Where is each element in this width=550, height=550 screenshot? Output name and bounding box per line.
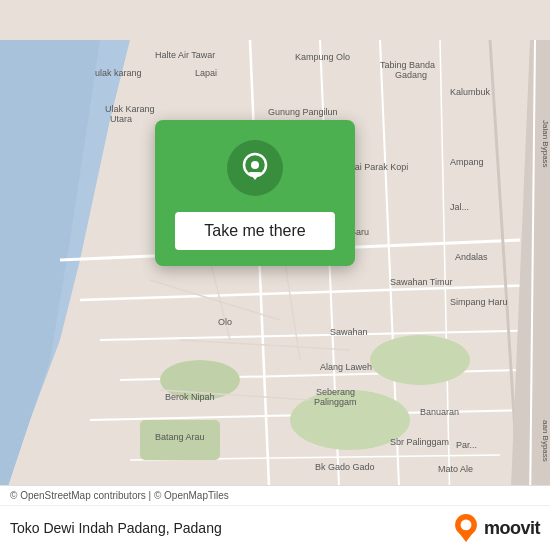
svg-text:Simpang Haru: Simpang Haru	[450, 297, 508, 307]
svg-text:Tabing Banda: Tabing Banda	[380, 60, 435, 70]
svg-text:Andalas: Andalas	[455, 252, 488, 262]
svg-text:Gadang: Gadang	[395, 70, 427, 80]
svg-text:Sawahan: Sawahan	[330, 327, 368, 337]
svg-text:Utara: Utara	[110, 114, 132, 124]
svg-text:ulak karang: ulak karang	[95, 68, 142, 78]
svg-text:Banuaran: Banuaran	[420, 407, 459, 417]
svg-text:Sawahan Timur: Sawahan Timur	[390, 277, 453, 287]
svg-point-18	[370, 335, 470, 385]
attribution-text: © OpenStreetMap contributors | © OpenMap…	[0, 486, 550, 506]
location-pin-icon	[239, 152, 271, 184]
svg-text:Seberang: Seberang	[316, 387, 355, 397]
svg-marker-65	[459, 533, 473, 542]
svg-text:Sbr Palinggam: Sbr Palinggam	[390, 437, 449, 447]
svg-text:Alang Laweh: Alang Laweh	[320, 362, 372, 372]
location-icon-wrap	[227, 140, 283, 196]
svg-text:Kampung Olo: Kampung Olo	[295, 52, 350, 62]
place-info: Toko Dewi Indah Padang, Padang moovit	[0, 506, 550, 550]
moovit-text: moovit	[484, 518, 540, 539]
svg-text:Ulak Karang: Ulak Karang	[105, 104, 155, 114]
take-me-there-button[interactable]: Take me there	[175, 212, 335, 250]
svg-text:Palinggam: Palinggam	[314, 397, 357, 407]
svg-text:Mato Ale: Mato Ale	[438, 464, 473, 474]
svg-text:Halte Air Tawar: Halte Air Tawar	[155, 50, 215, 60]
svg-text:Batang Arau: Batang Arau	[155, 432, 205, 442]
svg-text:Olo: Olo	[218, 317, 232, 327]
bottom-bar: © OpenStreetMap contributors | © OpenMap…	[0, 485, 550, 550]
svg-point-61	[251, 161, 259, 169]
map-background: Halte Air Tawar ulak karang Lapai Kampun…	[0, 0, 550, 550]
svg-text:Kalumbuk: Kalumbuk	[450, 87, 491, 97]
svg-text:Bk Gado Gado: Bk Gado Gado	[315, 462, 375, 472]
svg-text:Berok Nipah: Berok Nipah	[165, 392, 215, 402]
map-container: Halte Air Tawar ulak karang Lapai Kampun…	[0, 0, 550, 550]
svg-point-64	[461, 519, 472, 530]
svg-text:aan Bypass: aan Bypass	[541, 420, 550, 462]
svg-text:Jal...: Jal...	[450, 202, 469, 212]
svg-text:Gunung Pangilun: Gunung Pangilun	[268, 107, 338, 117]
moovit-logo: moovit	[452, 514, 540, 542]
location-card: Take me there	[155, 120, 355, 266]
svg-text:Ampang: Ampang	[450, 157, 484, 167]
svg-text:Jalan Bypass: Jalan Bypass	[541, 120, 550, 168]
svg-text:Lapai: Lapai	[195, 68, 217, 78]
svg-text:Par...: Par...	[456, 440, 477, 450]
moovit-icon	[452, 514, 480, 542]
place-name: Toko Dewi Indah Padang, Padang	[10, 520, 222, 536]
